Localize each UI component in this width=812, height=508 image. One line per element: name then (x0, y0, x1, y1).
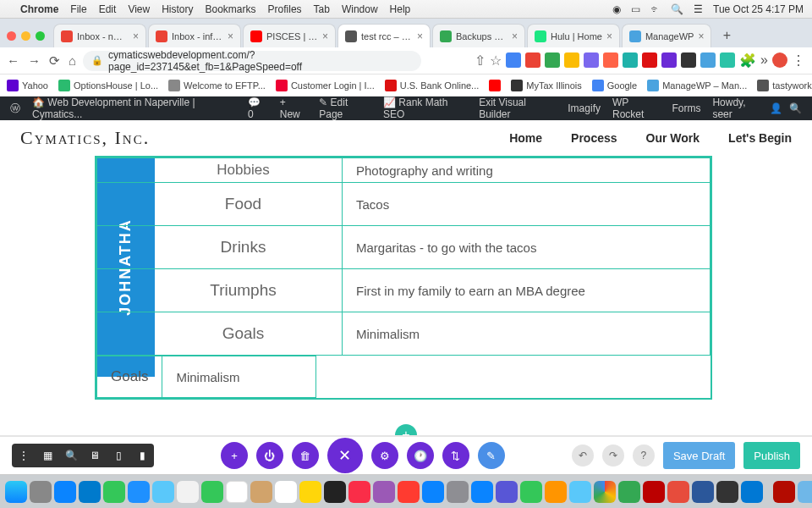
bookmark-yahoo[interactable]: Yahoo (7, 80, 48, 91)
dock-tv[interactable] (324, 481, 346, 503)
menu-edit[interactable]: Edit (99, 3, 117, 15)
close-icon[interactable]: × (322, 30, 328, 42)
nav-process[interactable]: Process (571, 131, 617, 145)
wifi-icon[interactable]: ᯤ (650, 3, 661, 15)
ext-7[interactable] (623, 52, 638, 68)
close-icon[interactable]: × (228, 30, 233, 42)
power-button[interactable]: ⏻ (256, 442, 283, 469)
trash-button[interactable]: 🗑 (292, 442, 319, 469)
nav-lets-begin[interactable]: Let's Begin (728, 131, 792, 145)
ext-8[interactable] (642, 52, 657, 68)
maximize-window[interactable] (36, 31, 45, 41)
edit-button[interactable]: ✎ (478, 442, 505, 469)
bookmark-optionshouse[interactable]: OptionsHouse | Lo... (58, 80, 158, 91)
dock-app-1[interactable] (447, 481, 469, 503)
ext-4[interactable] (564, 52, 579, 68)
dock-appstore[interactable] (422, 481, 444, 503)
tab-inbox-2[interactable]: Inbox - info@cym× (148, 24, 241, 47)
wp-rank-math[interactable]: 📈 Rank Math SEO (383, 97, 467, 120)
close-icon[interactable]: × (133, 30, 139, 42)
menu-window[interactable]: Window (342, 3, 378, 15)
control-center-icon[interactable]: ☰ (694, 3, 703, 15)
menu-icon[interactable]: ⋮ (12, 444, 36, 467)
extensions-icon[interactable]: 🧩 (739, 52, 756, 69)
wp-rocket[interactable]: WP Rocket (612, 97, 660, 120)
dock-launchpad[interactable] (30, 481, 52, 503)
minimize-window[interactable] (21, 31, 30, 41)
reload-button[interactable]: ⟳ (49, 53, 60, 69)
nav-our-work[interactable]: Our Work (646, 131, 700, 145)
close-icon[interactable]: × (606, 30, 612, 42)
back-button[interactable]: ← (7, 53, 19, 69)
wp-search-icon[interactable]: 🔍 (789, 102, 802, 114)
home-button[interactable]: ⌂ (69, 53, 76, 69)
site-logo[interactable]: Cymatics, Inc. (20, 127, 150, 149)
wp-howdy[interactable]: Howdy, seer (712, 97, 763, 120)
dock-folder-1[interactable] (798, 481, 812, 503)
undo-button[interactable]: ↶ (572, 444, 594, 467)
menu-history[interactable]: History (162, 3, 193, 15)
dock-vscode[interactable] (79, 481, 101, 503)
address-bar[interactable]: 🔒 cymaticswebdevelopment.com/?page_id=23… (83, 51, 421, 71)
new-tab-button[interactable]: + (716, 25, 737, 46)
dock-finder[interactable] (5, 481, 27, 503)
overflow-icon[interactable]: » (760, 52, 768, 69)
ext-2[interactable] (525, 52, 540, 68)
dock-music[interactable] (348, 481, 370, 503)
wp-imagify[interactable]: Imagify (568, 102, 601, 114)
dock-app-6[interactable] (569, 481, 591, 503)
dock-word[interactable] (692, 481, 714, 503)
menu-tab[interactable]: Tab (314, 3, 330, 15)
menu-profiles[interactable]: Profiles (268, 3, 302, 15)
dock-mail[interactable] (128, 481, 150, 503)
profile-avatar[interactable] (772, 52, 787, 68)
redo-button[interactable]: ↷ (602, 444, 624, 467)
nav-home[interactable]: Home (509, 131, 542, 145)
dock-reminders[interactable] (275, 481, 297, 503)
publish-button[interactable]: Publish (743, 442, 800, 469)
wp-avatar-icon[interactable]: 👤 (770, 102, 782, 114)
menu-file[interactable]: File (70, 3, 86, 15)
dock-news[interactable] (398, 481, 420, 503)
bookmark-youtube[interactable] (489, 80, 501, 91)
bookmark-mytax[interactable]: MyTax Illinois (511, 80, 581, 91)
close-icon[interactable]: × (512, 30, 518, 42)
tab-pisces[interactable]: PISCES | Listen× (243, 24, 336, 47)
record-icon[interactable]: ◉ (612, 3, 621, 15)
bookmark-google[interactable]: Google (592, 80, 637, 91)
dock-app-8[interactable] (667, 481, 689, 503)
wp-logo-icon[interactable]: ⓦ (10, 102, 20, 116)
add-button[interactable]: + (221, 442, 248, 469)
history-button[interactable]: 🕐 (407, 442, 434, 469)
ext-9[interactable] (661, 52, 677, 68)
dock-app-3[interactable] (496, 481, 518, 503)
dock-app-5[interactable] (545, 481, 567, 503)
ext-10[interactable] (681, 52, 696, 68)
save-draft-button[interactable]: Save Draft (663, 442, 735, 469)
wp-site-name[interactable]: 🏠 Web Development in Naperville | Cymati… (32, 97, 236, 120)
dock-acrobat[interactable] (773, 481, 795, 503)
settings-button[interactable]: ⚙ (371, 442, 398, 469)
menu-bookmarks[interactable]: Bookmarks (206, 3, 256, 15)
close-window[interactable] (7, 31, 16, 41)
tab-inbox-1[interactable]: Inbox - nmikyska@× (53, 24, 146, 47)
wp-forms[interactable]: Forms (672, 102, 700, 114)
dock-calendar[interactable] (226, 481, 248, 503)
wp-exit-builder[interactable]: Exit Visual Builder (479, 97, 556, 120)
swap-button[interactable]: ⇅ (442, 442, 469, 469)
dock-photos[interactable] (177, 481, 199, 503)
clock[interactable]: Tue Oct 25 4:17 PM (713, 3, 804, 15)
bookmark-eftp[interactable]: Welcome to EFTP... (168, 80, 266, 91)
bookmark-managewp[interactable]: ManageWP – Man... (647, 80, 747, 91)
tab-managewp[interactable]: ManageWP× (622, 24, 712, 47)
share-icon[interactable]: ⇧ (475, 52, 486, 69)
wp-new[interactable]: + New (280, 97, 307, 120)
wireframe-icon[interactable]: ▦ (36, 444, 59, 467)
bookmark-customer-login[interactable]: Customer Login | I... (276, 80, 375, 91)
dock-edge[interactable] (741, 481, 763, 503)
phone-icon[interactable]: ▮ (130, 444, 154, 467)
ext-1[interactable] (506, 52, 521, 68)
battery-icon[interactable]: ▭ (631, 3, 640, 15)
desktop-icon[interactable]: 🖥 (83, 444, 107, 467)
bookmark-usbank[interactable]: U.S. Bank Online... (385, 80, 480, 91)
